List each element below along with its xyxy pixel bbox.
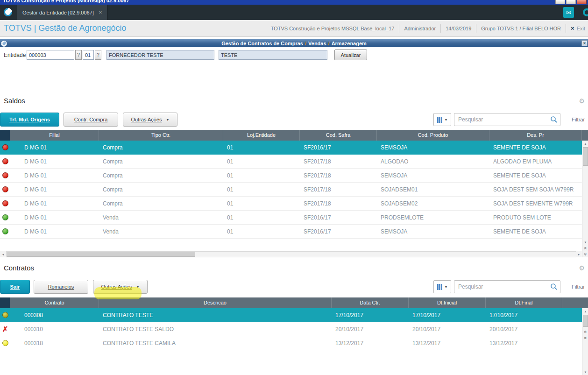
scroll-down-icon[interactable]: ▼ [582,369,588,375]
table-row[interactable]: D MG 01Venda01SF2016/17PRODSEMLOTEPRODUT… [0,211,582,225]
contratos-table-header: ContratoDescricaoData Ctr.Dt.InicialDt.F… [0,297,588,308]
cell: 13/12/2017 [409,336,486,350]
cell: 01 [223,197,300,210]
saldos-table-header: FilialTipo Ctr.Loj.EntidadeCod. SafraCod… [0,130,588,141]
gear-icon[interactable]: ⚙ [579,97,585,105]
status-cell: ✗ [0,322,10,336]
cell: SEMSOJA [377,225,489,238]
page-up-icon[interactable]: « [582,245,588,251]
page-down-icon[interactable]: » [582,335,588,341]
scroll-right-icon[interactable]: ► [576,251,582,257]
environment-label: TOTVS Construção e Projetos MSSQL Base_l… [271,26,395,31]
exit-label[interactable]: Exit [577,26,585,31]
status-column-header[interactable] [0,297,10,308]
page-up-icon[interactable]: « [582,329,588,335]
column-header[interactable]: Descricao [99,297,332,308]
maximize-icon[interactable] [566,0,576,4]
search-input[interactable] [454,280,560,293]
column-header[interactable]: Tipo Ctr. [99,130,223,141]
cell: SF2017/18 [300,183,377,196]
notification-ring-icon[interactable] [583,8,588,16]
table-row[interactable]: D MG 01Venda01SF2016/17SEMSOJASEMENTE DE… [0,225,582,239]
totvs-logo-icon[interactable] [3,7,13,17]
columns-icon [439,117,440,123]
table-row[interactable]: D MG 01Compra01SF2017/18SOJADSEM01SOJA D… [0,183,582,197]
envelope-icon[interactable]: ✉ [563,7,574,18]
cell: SF2016/17 [300,141,377,154]
entity-alias-field[interactable] [219,50,327,60]
scroll-left-icon[interactable]: ◄ [0,251,6,257]
scroll-down-icon[interactable]: ▼ [582,239,588,245]
column-picker-button[interactable]: ▼ [433,280,451,293]
table-row[interactable]: 000318CONTRATO TESTE CAMILA13/12/201713/… [0,336,582,350]
column-header[interactable]: Des. Pr [489,130,582,141]
status-cell [0,308,10,322]
status-column-header[interactable] [0,130,10,141]
entity-code-lookup-button[interactable]: ? [75,50,82,60]
entity-name-field[interactable] [106,50,214,60]
trf-mul-origens-button[interactable]: Trf. Mul. Origens [0,113,59,127]
vertical-scrollbar[interactable]: ▲ « » ▼ [582,308,588,375]
cell: PRODSEMLOTE [377,211,489,224]
refresh-button[interactable]: Atualizar [334,50,367,60]
table-row[interactable]: 000308CONTRATO TESTE17/10/201717/10/2017… [0,308,582,322]
column-header[interactable]: Cod. Produto [377,130,489,141]
cell: Venda [99,225,223,238]
tab-gestor-da-entidade[interactable]: Gestor da Entidade [02.9.0067] × [17,5,108,20]
status-yellow-icon [2,340,8,346]
outras-acoes-button[interactable]: Outras Ações▼ [123,113,177,127]
dialog-close-icon[interactable]: × [581,40,588,46]
search-icon[interactable] [550,116,558,123]
sair-button[interactable]: Sair [0,280,30,294]
column-header[interactable]: Dt.Inicial [409,297,486,308]
scroll-up-icon[interactable]: ▲ [582,141,588,147]
cell: CONTRATO TESTE CAMILA [99,336,332,350]
scrollbar-thumb[interactable] [583,315,588,327]
column-picker-button[interactable]: ▼ [433,113,451,126]
cell: 01 [223,141,300,154]
table-row[interactable]: ✗000310CONTRATO TESTE SALDO20/10/201720/… [0,322,582,336]
close-icon[interactable] [577,0,587,4]
table-row[interactable]: D MG 01Compra01SF2016/17SEMSOJASEMENTE D… [0,141,582,155]
entity-store-lookup-button[interactable]: ? [95,50,101,60]
column-header[interactable]: Cod. Safra [300,130,377,141]
gear-icon[interactable]: ⚙ [579,264,585,272]
table-row[interactable]: D MG 01Compra01SF2017/18ALGODAOALGODAO E… [0,155,582,169]
cell: SF2017/18 [300,197,377,210]
column-header[interactable]: Dt.Final [486,297,562,308]
status-cell [0,225,10,238]
entity-store-field[interactable] [83,50,94,60]
scrollbar-thumb[interactable] [7,252,195,257]
horizontal-scrollbar[interactable]: ◄ ► [0,251,582,257]
vertical-scrollbar[interactable]: ▲ ▼ « » [582,141,588,257]
search-input[interactable] [454,113,560,126]
page-down-icon[interactable]: » [582,251,588,257]
entity-code-field[interactable] [27,50,74,60]
cell: D MG 01 [10,211,99,224]
scroll-up-icon[interactable]: ▲ [582,308,588,314]
cell: SF2017/18 [300,169,377,182]
chevron-down-icon: ▼ [166,118,170,121]
column-header[interactable]: Data Ctr. [332,297,409,308]
exit-icon[interactable]: × [571,25,574,32]
window-titlebar: TOTVS Construção e Projetos (Microsiga) … [0,0,588,5]
filter-link[interactable]: Filtrar [572,280,585,294]
scrollbar-thumb[interactable] [583,147,588,166]
column-header[interactable]: Filial [10,130,99,141]
cell: PRODUTO SEM LOTE [489,211,582,224]
table-row[interactable]: D MG 01Compra01SF2017/18SOJADSEM02SOJA D… [0,197,582,211]
cell: Compra [99,155,223,168]
minimize-icon[interactable] [555,0,565,4]
status-red-icon [2,186,8,192]
column-header[interactable]: Loj.Entidade [223,130,300,141]
dialog-title-separator: / [328,41,330,46]
table-row[interactable]: D MG 01Compra01SF2017/18SEMSOJASEMENTE D… [0,169,582,183]
tab-close-icon[interactable]: × [99,9,102,16]
search-icon[interactable] [550,283,558,290]
columns-icon [437,117,439,123]
romaneios-button[interactable]: Romaneios [34,280,88,294]
column-header[interactable]: Contrato [10,297,99,308]
outras-acoes-button[interactable]: Outras Ações▼ [93,280,148,294]
contr-compra-button[interactable]: Contr. Compra [64,113,118,127]
filter-link[interactable]: Filtrar [572,113,585,127]
